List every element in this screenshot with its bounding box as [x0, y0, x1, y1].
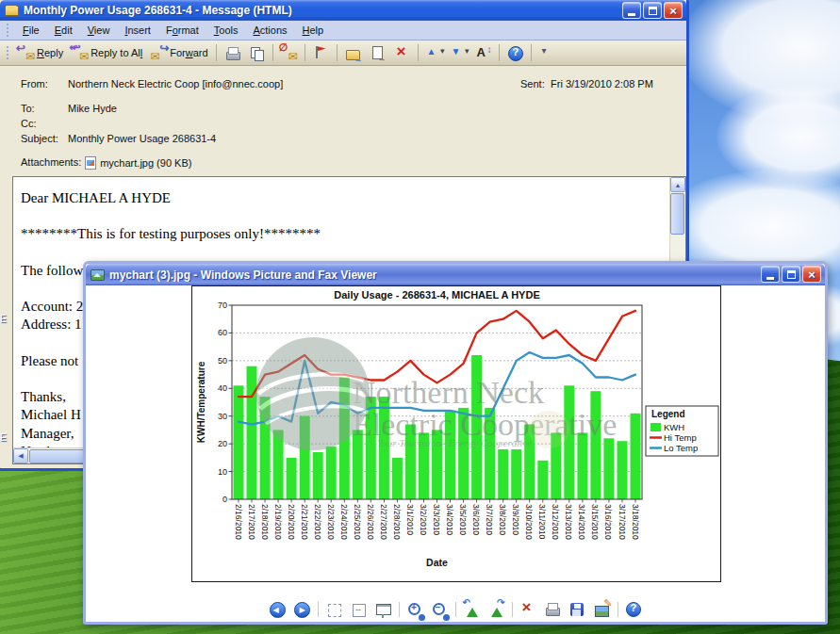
- svg-text:70: 70: [218, 301, 227, 310]
- best-fit-icon[interactable]: [325, 601, 343, 619]
- reply-button[interactable]: Reply: [14, 43, 67, 62]
- svg-text:2/20/2010: 2/20/2010: [287, 504, 296, 540]
- toolbar-options-button[interactable]: [535, 43, 559, 62]
- junk-mail-icon: [281, 45, 297, 60]
- font-size-button[interactable]: [471, 43, 495, 62]
- slideshow-icon[interactable]: [374, 601, 392, 619]
- svg-text:3/15/2010: 3/15/2010: [590, 504, 600, 540]
- rotate-clockwise-icon[interactable]: [487, 601, 505, 619]
- email-header-area: From: Northern Neck Electric Coop [info@…: [0, 66, 686, 176]
- svg-text:Northern Neck: Northern Neck: [353, 375, 544, 410]
- zoom-out-icon[interactable]: [431, 601, 449, 619]
- forward-button[interactable]: Forward: [147, 43, 211, 62]
- edit-icon[interactable]: [593, 601, 611, 619]
- usage-chart: Daily Usage - 268631-4, MICHAEL A HYDE01…: [192, 286, 720, 585]
- menu-item-file[interactable]: File: [15, 23, 47, 39]
- kwh-bar: [234, 385, 244, 499]
- actual-size-icon[interactable]: [350, 601, 368, 619]
- svg-text:3/16/2010: 3/16/2010: [603, 504, 613, 540]
- save-icon[interactable]: [568, 601, 586, 619]
- print-icon: [224, 45, 240, 60]
- svg-text:3/6/2010: 3/6/2010: [471, 504, 481, 535]
- viewer-close-button[interactable]: ×: [802, 266, 821, 283]
- svg-text:3/12/2010: 3/12/2010: [551, 504, 560, 540]
- menu-item-edit[interactable]: Edit: [47, 23, 80, 39]
- kwh-bar: [577, 432, 587, 499]
- svg-text:3/14/2010: 3/14/2010: [577, 504, 586, 540]
- viewer-titlebar[interactable]: mychart (3).jpg - Windows Picture and Fa…: [86, 264, 825, 285]
- move-to-folder-button[interactable]: [341, 43, 365, 62]
- help-button[interactable]: [503, 43, 527, 62]
- picture-file-icon: [91, 269, 105, 281]
- kwh-bar: [247, 366, 257, 499]
- svg-text:3/7/2010: 3/7/2010: [485, 504, 494, 535]
- flag-button[interactable]: [309, 43, 333, 62]
- svg-text:3/17/2010: 3/17/2010: [618, 504, 627, 540]
- vertical-scroll-thumb[interactable]: [670, 193, 684, 235]
- help-icon[interactable]: [625, 601, 643, 619]
- to-label: To:: [21, 103, 68, 114]
- previous-item-button[interactable]: [422, 43, 446, 62]
- svg-text:2/26/2010: 2/26/2010: [366, 504, 375, 540]
- desktop-icon-fragment: E: [0, 314, 7, 324]
- svg-text:20: 20: [218, 439, 227, 448]
- scroll-up-button[interactable]: ▲: [670, 177, 685, 192]
- reply-icon: [18, 45, 34, 60]
- menu-item-tools[interactable]: Tools: [206, 23, 246, 39]
- scroll-left-button[interactable]: ◀: [13, 448, 28, 463]
- svg-text:2/16/2010: 2/16/2010: [234, 504, 243, 540]
- svg-text:50: 50: [218, 356, 227, 366]
- viewer-minimize-button[interactable]: [761, 266, 780, 283]
- print-button[interactable]: [221, 43, 244, 62]
- move-to-folder-icon: [345, 45, 361, 60]
- email-minimize-button[interactable]: [622, 2, 641, 19]
- svg-text:3/11/2010: 3/11/2010: [537, 504, 547, 539]
- copy-button[interactable]: [245, 43, 269, 62]
- email-toolbar: ReplyReply to AllForward: [0, 41, 686, 66]
- reply-to-all-button[interactable]: Reply to All: [68, 43, 146, 62]
- delete-icon[interactable]: [519, 601, 537, 619]
- email-maximize-button[interactable]: [643, 2, 662, 19]
- reply-to-all-icon: [72, 45, 88, 60]
- next-image-icon[interactable]: [293, 601, 311, 619]
- forward-label: Forward: [170, 47, 207, 58]
- toolbar-separator: [499, 44, 500, 61]
- svg-text:3/9/2010: 3/9/2010: [511, 504, 520, 535]
- zoom-in-icon[interactable]: [406, 601, 424, 619]
- attachment-name: mychart.jpg (90 KB): [100, 157, 191, 169]
- menu-item-insert[interactable]: Insert: [117, 23, 158, 39]
- rotate-counterclockwise-icon[interactable]: [463, 601, 481, 619]
- kwh-bar: [326, 447, 337, 499]
- menu-item-format[interactable]: Format: [158, 23, 206, 39]
- kwh-bar: [537, 461, 548, 499]
- kwh-bar: [511, 449, 521, 499]
- toolbar-options-icon: [539, 45, 555, 60]
- viewer-maximize-button[interactable]: [782, 266, 800, 283]
- menu-item-actions[interactable]: Actions: [245, 23, 294, 39]
- help-icon: [507, 45, 523, 60]
- chart-title: Daily Usage - 268631-4, MICHAEL A HYDE: [334, 289, 539, 301]
- svg-text:3/2/2010: 3/2/2010: [419, 504, 428, 535]
- junk-mail-button[interactable]: [277, 43, 301, 62]
- attachment-chip[interactable]: mychart.jpg (90 KB): [83, 156, 191, 170]
- viewer-toolbar-separator: [512, 602, 513, 617]
- email-menu-bar: FileEditViewInsertFormatToolsActionsHelp: [0, 21, 686, 41]
- previous-image-icon[interactable]: [269, 601, 287, 619]
- svg-text:2/22/2010: 2/22/2010: [313, 504, 322, 540]
- create-rule-button[interactable]: [366, 43, 389, 62]
- svg-text:3/5/2010: 3/5/2010: [458, 504, 468, 535]
- svg-text:2/25/2010: 2/25/2010: [353, 504, 362, 540]
- menu-item-help[interactable]: Help: [295, 23, 332, 39]
- next-item-button[interactable]: [447, 43, 470, 62]
- svg-text:0: 0: [222, 495, 227, 504]
- viewer-toolbar-separator: [618, 602, 618, 617]
- kwh-bar: [498, 449, 508, 499]
- toolbar-drag-handle[interactable]: [6, 46, 10, 59]
- menu-drag-handle[interactable]: [6, 24, 10, 37]
- email-titlebar[interactable]: Monthly Power Usage 268631-4 - Message (…: [0, 0, 686, 21]
- delete-button[interactable]: [390, 43, 414, 62]
- menu-item-view[interactable]: View: [80, 23, 118, 39]
- svg-text:3/10/2010: 3/10/2010: [524, 504, 534, 540]
- email-close-button[interactable]: ×: [664, 2, 683, 19]
- print-icon[interactable]: [544, 601, 562, 619]
